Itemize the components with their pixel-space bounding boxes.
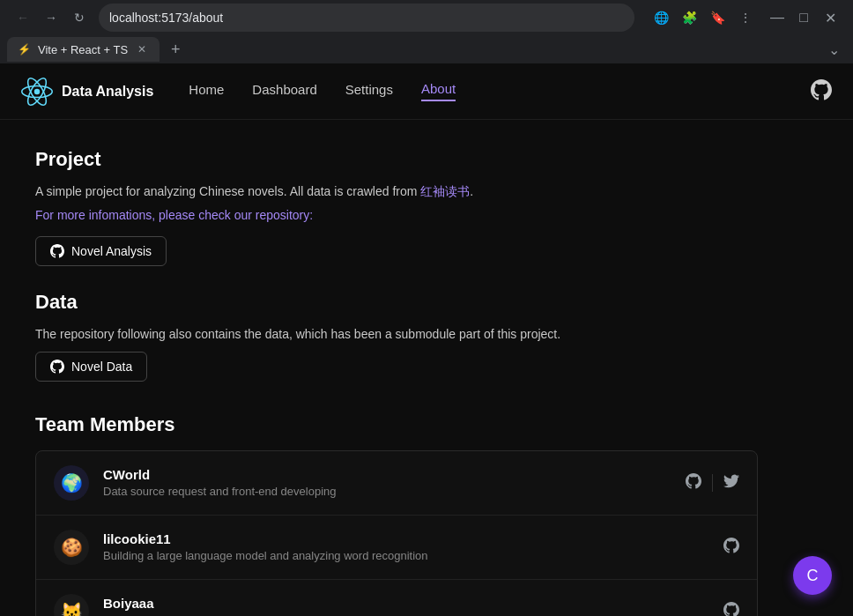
github-icon [686, 473, 701, 489]
member-info: Boiyaaa Api fetch [103, 596, 709, 616]
member-name: CWorld [103, 467, 671, 482]
github-icon [723, 538, 739, 553]
novel-analysis-button[interactable]: Novel Analysis [35, 236, 167, 266]
extension-button[interactable]: 🧩 [677, 5, 701, 30]
team-title: Team Members [35, 413, 758, 436]
member-info: CWorld Data source request and front-end… [103, 467, 671, 498]
project-desc-before: A simple project for analyzing Chinese n… [35, 184, 420, 198]
avatar: 🌍 [54, 465, 89, 501]
project-title: Project [35, 148, 758, 171]
hongxiu-link[interactable]: 红袖读书 [420, 184, 470, 198]
brand-name: Data Analysis [62, 84, 153, 100]
back-icon: ← [17, 11, 29, 25]
member-twitter-button[interactable] [723, 473, 739, 493]
close-button[interactable]: ✕ [818, 5, 842, 30]
novel-data-label: Novel Data [71, 360, 132, 374]
member-divider [712, 474, 713, 492]
profile-button[interactable]: 🌐 [649, 5, 673, 30]
member-github-button[interactable] [686, 473, 701, 493]
main-content: Project A simple project for analyzing C… [0, 120, 793, 616]
menu-button[interactable]: ⋮ [733, 5, 758, 30]
navbar-github-button[interactable] [811, 79, 832, 104]
team-member-row: 🌍 CWorld Data source request and front-e… [36, 451, 757, 516]
github-icon [811, 79, 832, 100]
project-description: A simple project for analyzing Chinese n… [35, 182, 758, 201]
nav-about[interactable]: About [421, 81, 456, 101]
github-icon [723, 602, 739, 616]
nav-home[interactable]: Home [189, 82, 224, 100]
tab-favicon: ⚡ [18, 43, 31, 56]
browser-controls: ← → ↻ [11, 5, 92, 30]
member-desc: Data source request and front-end develo… [103, 485, 671, 498]
floating-btn-label: C [807, 567, 819, 585]
react-logo [21, 76, 53, 108]
data-title: Data [35, 291, 758, 314]
extension-icon: 🧩 [682, 11, 697, 25]
member-links [686, 473, 739, 493]
project-section: Project A simple project for analyzing C… [35, 148, 758, 291]
avatar: 🍪 [54, 530, 89, 565]
member-links [723, 538, 739, 557]
member-name: Boiyaaa [103, 596, 709, 611]
navbar-brand: Data Analysis [21, 76, 153, 108]
team-member-row: 🐱 Boiyaaa Api fetch [36, 580, 757, 616]
browser-actions: 🌐 🧩 🔖 ⋮ [649, 5, 758, 30]
member-links [723, 602, 739, 616]
browser-topbar: ← → ↻ localhost:5173/about 🌐 🧩 🔖 [0, 0, 853, 35]
tab-bar: ⚡ Vite + React + TS ✕ + ⌄ [0, 35, 853, 63]
nav-links: Home Dashboard Settings About [189, 81, 811, 101]
address-bar[interactable]: localhost:5173/about [99, 4, 634, 32]
back-button[interactable]: ← [11, 5, 35, 30]
member-name: lilcookie11 [103, 531, 709, 546]
member-github-button[interactable] [723, 538, 739, 557]
nav-settings[interactable]: Settings [345, 82, 393, 100]
data-section: Data The repository following also conta… [35, 291, 758, 405]
novel-analysis-github-icon [50, 244, 64, 258]
reload-button[interactable]: ↻ [67, 5, 92, 30]
forward-button[interactable]: → [39, 5, 63, 30]
tab-label: Vite + React + TS [38, 43, 128, 56]
bookmark-icon: 🔖 [710, 11, 725, 25]
url-text: localhost:5173/about [109, 11, 223, 25]
team-members-section: Team Members 🌍 CWorld Data source reques… [35, 413, 758, 616]
new-tab-button[interactable]: + [163, 37, 188, 62]
floating-action-button[interactable]: C [793, 556, 832, 595]
novel-data-button[interactable]: Novel Data [35, 352, 147, 382]
tab-close-button[interactable]: ✕ [135, 42, 149, 56]
project-desc-after: . [470, 184, 473, 198]
nav-dashboard[interactable]: Dashboard [252, 82, 316, 100]
novel-analysis-label: Novel Analysis [71, 244, 152, 258]
bookmark-button[interactable]: 🔖 [705, 5, 730, 30]
twitter-icon [723, 473, 739, 489]
reload-icon: ↻ [74, 11, 85, 25]
avatar: 🐱 [54, 594, 89, 616]
maximize-button[interactable]: □ [791, 5, 816, 30]
profile-icon: 🌐 [654, 11, 669, 25]
member-info: lilcookie11 Building a large language mo… [103, 531, 709, 562]
menu-icon: ⋮ [739, 11, 752, 25]
team-member-row: 🍪 lilcookie11 Building a large language … [36, 516, 757, 580]
repo-info-text: For more infomations, please check our r… [35, 208, 758, 222]
window-controls: — □ ✕ [765, 5, 842, 30]
data-description: The repository following also contains t… [35, 324, 758, 344]
forward-icon: → [45, 11, 57, 25]
navbar: Data Analysis Home Dashboard Settings Ab… [0, 63, 853, 120]
team-list: 🌍 CWorld Data source request and front-e… [35, 450, 758, 616]
browser-chrome: ← → ↻ localhost:5173/about 🌐 🧩 🔖 [0, 0, 853, 63]
tab-expand-button[interactable]: ⌄ [821, 37, 846, 62]
svg-point-0 [34, 88, 40, 93]
app-container: Data Analysis Home Dashboard Settings Ab… [0, 63, 853, 616]
member-github-button[interactable] [723, 602, 739, 616]
member-desc: Building a large language model and anal… [103, 549, 709, 562]
minimize-button[interactable]: — [765, 5, 790, 30]
novel-data-github-icon [50, 360, 64, 374]
browser-tab[interactable]: ⚡ Vite + React + TS ✕ [7, 37, 159, 62]
